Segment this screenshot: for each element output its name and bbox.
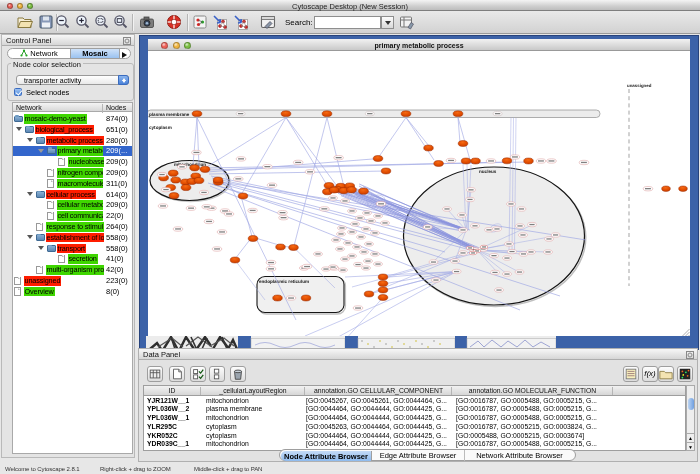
svg-text:endoplasmic reticulum: endoplasmic reticulum — [259, 279, 309, 284]
svg-text:nucleus: nucleus — [479, 169, 497, 174]
svg-text:unassigned: unassigned — [627, 83, 652, 88]
svg-text:plasma membrane: plasma membrane — [149, 112, 190, 117]
svg-text:cytoplasm: cytoplasm — [149, 125, 172, 130]
